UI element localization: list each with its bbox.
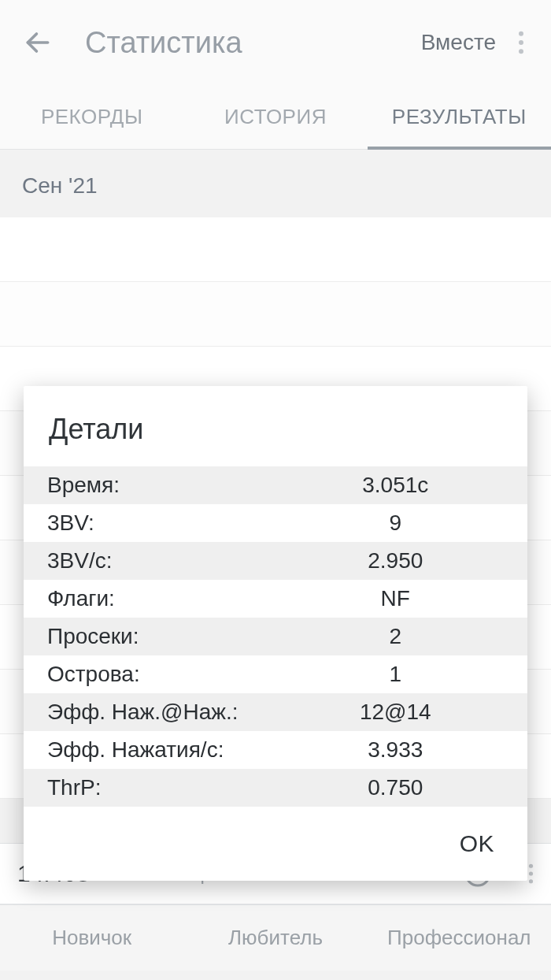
detail-label: Эфф. Наж.@Наж.: (47, 700, 287, 725)
svg-point-7 (529, 871, 533, 875)
difficulty-intermediate[interactable]: Любитель (183, 926, 367, 950)
more-vert-icon (528, 863, 534, 884)
detail-label: Острова: (47, 662, 287, 687)
detail-label: 3BV/с: (47, 548, 287, 574)
detail-value: 2.950 (287, 548, 505, 574)
page-title: Статистика (85, 26, 421, 60)
detail-row: Эфф. Наж.@Наж.:12@14 (24, 693, 527, 731)
detail-row: Острова:1 (24, 655, 527, 693)
detail-value: 1 (287, 662, 505, 687)
detail-row: Просеки:2 (24, 618, 527, 655)
detail-row: ThrP:0.750 (24, 769, 527, 807)
dialog-actions: OK (24, 807, 527, 881)
back-button[interactable] (19, 24, 57, 61)
svg-point-2 (519, 40, 523, 45)
app-bar: Статистика Вместе (0, 0, 551, 85)
detail-row: Время:3.051с (24, 466, 527, 504)
more-vert-icon (518, 31, 524, 54)
detail-row: Эфф. Нажатия/с:3.933 (24, 731, 527, 769)
detail-label: Флаги: (47, 586, 287, 611)
svg-point-1 (519, 32, 523, 36)
tab-results[interactable]: РЕЗУЛЬТАТЫ (368, 85, 551, 149)
detail-label: Просеки: (47, 624, 287, 649)
detail-value: 0.750 (287, 775, 505, 800)
tab-history[interactable]: ИСТОРИЯ (183, 85, 367, 149)
detail-label: Время: (47, 473, 287, 498)
detail-row: Флаги:NF (24, 580, 527, 618)
tab-records[interactable]: РЕКОРДЫ (0, 85, 183, 149)
detail-value: 3.051с (287, 473, 505, 498)
detail-label: ThrP: (47, 775, 287, 800)
difficulty-tabs: Новичок Любитель Профессионал (0, 904, 551, 971)
svg-point-6 (529, 864, 533, 868)
detail-label: 3BV: (47, 510, 287, 536)
detail-label: Эфф. Нажатия/с: (47, 737, 287, 763)
detail-row: 3BV:9 (24, 504, 527, 542)
content-area: Сен '21 Детали Время:3.051с 3BV:9 3BV/с:… (0, 150, 551, 843)
detail-row: 3BV/с:2.950 (24, 542, 527, 580)
ok-button[interactable]: OK (460, 830, 494, 857)
mode-toggle[interactable]: Вместе (421, 30, 496, 55)
detail-value: NF (287, 586, 505, 611)
overflow-menu-button[interactable] (505, 24, 537, 61)
details-dialog: Детали Время:3.051с 3BV:9 3BV/с:2.950 Фл… (24, 386, 527, 881)
arrow-left-icon (23, 28, 53, 58)
svg-point-3 (519, 49, 523, 54)
detail-value: 9 (287, 510, 505, 536)
detail-value: 2 (287, 624, 505, 649)
detail-value: 12@14 (287, 700, 505, 725)
difficulty-beginner[interactable]: Новичок (0, 926, 183, 950)
dialog-title: Детали (24, 386, 527, 466)
top-tabs: РЕКОРДЫ ИСТОРИЯ РЕЗУЛЬТАТЫ (0, 85, 551, 150)
dialog-table: Время:3.051с 3BV:9 3BV/с:2.950 Флаги:NF … (24, 466, 527, 807)
difficulty-expert[interactable]: Профессионал (368, 926, 551, 950)
svg-point-8 (529, 879, 533, 883)
detail-value: 3.933 (287, 737, 505, 763)
